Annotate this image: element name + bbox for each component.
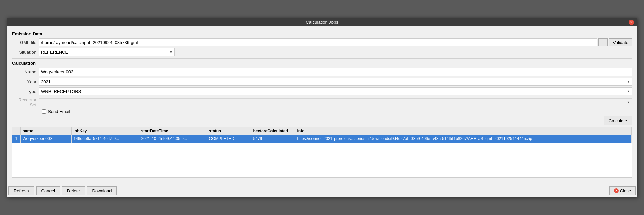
col-header-info: info [295, 127, 632, 135]
name-label: Name [12, 69, 39, 74]
situation-select[interactable]: REFERENCE [39, 48, 175, 56]
table-header: name jobKey startDateTime status hectare… [12, 127, 632, 135]
year-select-wrapper: 2021 2022 2023 [39, 78, 632, 86]
situation-label: Situation [12, 50, 39, 55]
col-header-num [12, 127, 20, 135]
cell-startdt: 2021-10-25T09:44:35.9... [139, 135, 207, 143]
situation-row: Situation REFERENCE [12, 48, 632, 56]
browse-button[interactable]: ... [598, 38, 608, 46]
calculation-section: Calculation Name Year 2021 2022 2023 [12, 61, 632, 107]
calculation-jobs-window: Calculation Jobs ✕ Emission Data GML fil… [7, 18, 637, 197]
send-email-label: Send Email [48, 109, 70, 114]
table-body: 1 Wegverkeer 003 146d6b6a-5711-4cd7-9...… [12, 135, 632, 143]
emission-data-title: Emission Data [12, 31, 632, 36]
download-button[interactable]: Download [87, 186, 117, 195]
name-input[interactable] [39, 68, 632, 76]
table-row[interactable]: 1 Wegverkeer 003 146d6b6a-5711-4cd7-9...… [12, 135, 632, 143]
validate-button[interactable]: Validate [609, 38, 632, 46]
gml-file-label: GML file [12, 40, 39, 45]
col-header-hectare: hectareCalculated [251, 127, 295, 135]
table-header-row: name jobKey startDateTime status hectare… [12, 127, 632, 135]
cell-info: https://connect2021-prerelease.aerius.nl… [295, 135, 632, 143]
situation-select-wrapper: REFERENCE [39, 48, 175, 56]
jobs-table: name jobKey startDateTime status hectare… [12, 127, 632, 143]
gml-file-input[interactable] [39, 38, 597, 46]
divider-1 [12, 58, 632, 59]
jobs-table-container: name jobKey startDateTime status hectare… [12, 127, 632, 178]
receptor-set-label: Receptor Set [12, 97, 39, 107]
col-header-name: name [20, 127, 71, 135]
titlebar: Calculation Jobs ✕ [7, 18, 637, 26]
send-email-checkbox[interactable] [42, 109, 46, 114]
type-row: Type WNB_RECEPTORS OPS OTHER [12, 87, 632, 95]
window-title: Calculation Jobs [306, 20, 338, 25]
gml-file-row: GML file ... Validate [12, 38, 632, 46]
emission-data-section: Emission Data GML file ... Validate Situ… [12, 31, 632, 56]
refresh-button[interactable]: Refresh [8, 186, 34, 195]
receptor-set-select[interactable] [39, 98, 632, 106]
cell-num: 1 [12, 135, 20, 143]
close-button[interactable]: ✕ Close [609, 186, 636, 195]
type-select[interactable]: WNB_RECEPTORS OPS OTHER [39, 87, 632, 95]
calculate-row: Calculate [12, 116, 632, 125]
gml-file-controls: ... Validate [39, 38, 632, 46]
calculate-button[interactable]: Calculate [604, 116, 632, 125]
cancel-button[interactable]: Cancel [36, 186, 60, 195]
receptor-set-select-wrapper [39, 98, 632, 106]
titlebar-close-button[interactable]: ✕ [629, 20, 634, 25]
cell-status: COMPLETED [207, 135, 251, 143]
cell-jobkey: 146d6b6a-5711-4cd7-9... [71, 135, 139, 143]
col-header-jobkey: jobKey [71, 127, 139, 135]
name-row: Name [12, 68, 632, 76]
send-email-row: Send Email [42, 109, 632, 114]
bottom-bar: Refresh Cancel Delete Download ✕ Close [7, 184, 637, 197]
col-header-status: status [207, 127, 251, 135]
cell-hectare: 5479 [251, 135, 295, 143]
delete-button[interactable]: Delete [62, 186, 85, 195]
close-label: Close [620, 188, 631, 193]
year-select[interactable]: 2021 2022 2023 [39, 78, 632, 86]
cell-name: Wegverkeer 003 [20, 135, 71, 143]
type-label: Type [12, 89, 39, 94]
year-row: Year 2021 2022 2023 [12, 78, 632, 86]
close-icon: ✕ [614, 188, 619, 193]
receptor-set-row: Receptor Set [12, 97, 632, 107]
main-content: Emission Data GML file ... Validate Situ… [7, 26, 637, 184]
col-header-startdt: startDateTime [139, 127, 207, 135]
bottom-left-actions: Refresh Cancel Delete Download [8, 186, 117, 195]
year-label: Year [12, 79, 39, 84]
calculation-title: Calculation [12, 61, 632, 66]
type-select-wrapper: WNB_RECEPTORS OPS OTHER [39, 87, 632, 95]
